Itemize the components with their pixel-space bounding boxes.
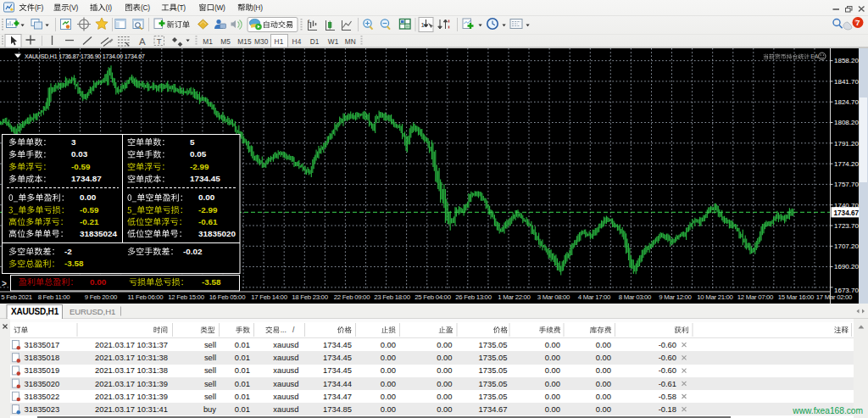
svg-text:25 Feb 04:00: 25 Feb 04:00 — [415, 293, 451, 301]
svg-text:1735.05: 1735.05 — [479, 392, 508, 401]
svg-text:1734.47: 1734.47 — [323, 392, 352, 401]
svg-text:31835019: 31835019 — [25, 365, 60, 375]
svg-text:A: A — [139, 36, 146, 47]
svg-text:1707.20: 1707.20 — [834, 242, 859, 250]
svg-text:12 Feb 15:00: 12 Feb 15:00 — [168, 293, 204, 301]
svg-text:1808.20: 1808.20 — [834, 119, 859, 126]
svg-text:1735.05: 1735.05 — [479, 365, 508, 375]
svg-text:17 Mar 02:00: 17 Mar 02:00 — [816, 293, 853, 301]
svg-text:(V): (V) — [70, 3, 79, 12]
svg-text:3: 3 — [71, 137, 76, 147]
svg-text:0.00: 0.00 — [381, 404, 396, 414]
svg-text:31835022: 31835022 — [25, 392, 60, 401]
svg-text:0.00: 0.00 — [198, 192, 215, 202]
svg-text:-0.58: -0.58 — [659, 392, 676, 401]
svg-text:2021.03.17 10:31:41: 2021.03.17 10:31:41 — [95, 404, 168, 414]
svg-text:8 Feb 11:00: 8 Feb 11:00 — [38, 293, 71, 301]
svg-text:0.03: 0.03 — [71, 149, 88, 159]
svg-text:1824.70: 1824.70 — [834, 98, 859, 106]
svg-text:0.00: 0.00 — [90, 277, 107, 287]
svg-text:0.00: 0.00 — [545, 404, 560, 414]
svg-text:-3.58: -3.58 — [64, 259, 84, 268]
svg-text:EURUSD,H1: EURUSD,H1 — [70, 307, 115, 316]
svg-text:0.01: 0.01 — [235, 392, 250, 401]
svg-text:xauusd: xauusd — [273, 379, 298, 388]
svg-text:2021.03.17 10:31:39: 2021.03.17 10:31:39 — [95, 379, 168, 388]
svg-text:2021.03.17 10:31:38: 2021.03.17 10:31:38 — [95, 353, 168, 362]
svg-text:-0.60: -0.60 — [659, 340, 676, 349]
svg-text:1735.05: 1735.05 — [479, 340, 508, 349]
svg-text:-2: -2 — [64, 247, 72, 256]
svg-text:MN: MN — [345, 37, 356, 46]
svg-text:0.05: 0.05 — [190, 149, 207, 159]
svg-text:2021.03.17 10:31:38: 2021.03.17 10:31:38 — [95, 365, 168, 375]
svg-text:-0.18: -0.18 — [659, 404, 676, 414]
svg-text:1734.87: 1734.87 — [71, 174, 102, 183]
svg-text:31835017: 31835017 — [25, 340, 60, 349]
svg-text:9 Mar 12:00: 9 Mar 12:00 — [659, 293, 692, 301]
svg-text:M1: M1 — [203, 37, 213, 46]
svg-text:2021.03.17 10:31:39: 2021.03.17 10:31:39 — [95, 392, 168, 401]
svg-text:...: ... — [281, 326, 287, 334]
svg-text:11 Feb 06:00: 11 Feb 06:00 — [128, 293, 164, 301]
svg-text:0.00: 0.00 — [596, 379, 611, 388]
svg-text:1735.05: 1735.05 — [479, 379, 508, 388]
svg-text:1735.05: 1735.05 — [479, 353, 508, 362]
svg-text:1734.45: 1734.45 — [323, 365, 352, 375]
svg-text:/: / — [292, 326, 295, 334]
svg-text:1690.20: 1690.20 — [834, 263, 859, 270]
svg-text:0.00: 0.00 — [545, 365, 560, 375]
svg-text:0.00: 0.00 — [381, 379, 396, 388]
svg-text:-3.58: -3.58 — [202, 277, 221, 287]
svg-text:W1: W1 — [328, 37, 339, 46]
svg-text:-0.02: -0.02 — [183, 247, 203, 256]
svg-text:1791.20: 1791.20 — [834, 140, 859, 148]
svg-text:(H): (H) — [253, 3, 263, 12]
svg-text:sell: sell — [204, 353, 216, 362]
svg-text:0.01: 0.01 — [235, 365, 250, 375]
svg-text:0.00: 0.00 — [596, 404, 611, 414]
svg-text:1757.70: 1757.70 — [834, 181, 859, 188]
svg-text:-0.59: -0.59 — [80, 205, 99, 215]
svg-text:EA: EA — [810, 53, 819, 59]
svg-text:-0.60: -0.60 — [659, 365, 676, 375]
svg-text:M5: M5 — [220, 37, 231, 46]
svg-text:XAUUSD,H1: XAUUSD,H1 — [11, 307, 59, 316]
svg-text:M30: M30 — [254, 37, 269, 46]
svg-text:(T): (T) — [177, 3, 186, 12]
svg-text:-0.60: -0.60 — [659, 353, 676, 362]
svg-text:0.00: 0.00 — [437, 379, 452, 388]
svg-text:1734.44: 1734.44 — [323, 379, 352, 388]
svg-text:1 Mar 22:00: 1 Mar 22:00 — [498, 293, 531, 301]
svg-text:12 Mar 07:00: 12 Mar 07:00 — [737, 293, 774, 301]
svg-text:sell: sell — [204, 379, 216, 388]
svg-text:0.01: 0.01 — [235, 353, 250, 362]
svg-text:H1: H1 — [275, 37, 284, 46]
svg-text:1734.67: 1734.67 — [479, 404, 508, 414]
svg-text:0.00: 0.00 — [545, 379, 560, 388]
svg-text:0.00: 0.00 — [437, 404, 452, 414]
svg-text:0.00: 0.00 — [381, 340, 396, 349]
svg-text:-2.99: -2.99 — [198, 205, 218, 215]
svg-text:1841.70: 1841.70 — [834, 78, 859, 86]
svg-text:1734.45: 1734.45 — [190, 174, 220, 183]
svg-text:16 Feb 05:00: 16 Feb 05:00 — [209, 293, 246, 301]
svg-text:(F): (F) — [35, 3, 43, 12]
svg-text:3 Mar 08:00: 3 Mar 08:00 — [537, 293, 570, 301]
svg-text:(I): (I) — [106, 3, 113, 12]
svg-text:1734.45: 1734.45 — [323, 353, 352, 362]
svg-text:-0.61: -0.61 — [198, 217, 218, 226]
svg-text:23 Feb 18:00: 23 Feb 18:00 — [374, 293, 410, 301]
svg-text:xauusd: xauusd — [273, 404, 298, 414]
svg-text:0.01: 0.01 — [235, 404, 250, 414]
svg-text:18 Feb 23:00: 18 Feb 23:00 — [292, 293, 328, 301]
svg-text:2021.03.17 10:31:37: 2021.03.17 10:31:37 — [95, 340, 168, 349]
svg-text:0.00: 0.00 — [381, 365, 396, 375]
svg-text:buy: buy — [203, 404, 216, 414]
svg-text:31835020: 31835020 — [25, 379, 60, 388]
svg-text:15 Mar 16:00: 15 Mar 16:00 — [778, 293, 815, 301]
svg-text:0.00: 0.00 — [545, 340, 560, 349]
svg-text:0.00: 0.00 — [437, 392, 452, 401]
svg-text:31835020: 31835020 — [198, 229, 236, 238]
svg-text:-0.61: -0.61 — [659, 379, 676, 388]
